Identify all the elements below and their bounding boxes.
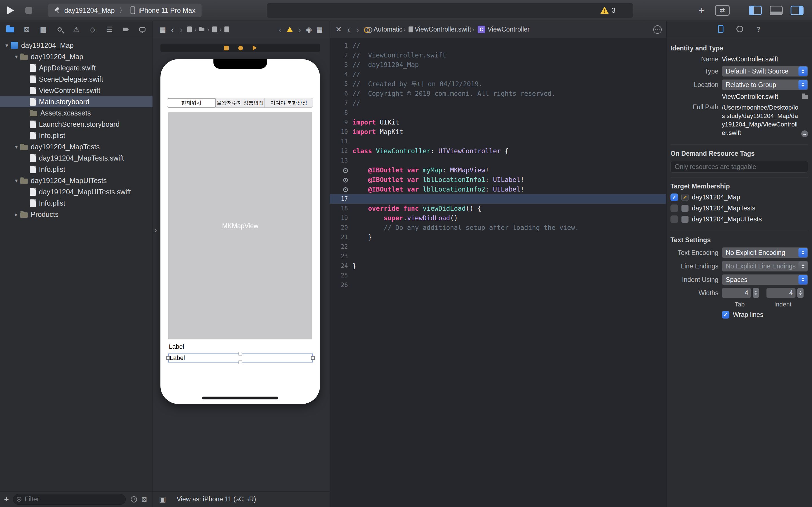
report-navigator-icon[interactable] [138,25,147,34]
code-line-3[interactable]: 3// day191204_Map [330,60,666,69]
source-control-navigator-icon[interactable]: ⊠ [22,25,31,34]
file-row[interactable]: ViewController.swift [0,85,153,96]
code-line-14[interactable]: @IBOutlet var myMap: MKMapView! [330,165,666,175]
code-line-18[interactable]: 18 override func viewDidLoad() { [330,204,666,213]
target-checkbox[interactable] [670,216,678,223]
disclosure-open-icon[interactable]: ▾ [3,42,11,49]
find-navigator-icon[interactable] [55,25,64,34]
breakpoint-navigator-icon[interactable] [121,25,130,34]
editor-arrangement-icon[interactable]: ⇄ [715,5,730,16]
file-row[interactable]: Assets.xcassets [0,107,153,119]
breadcrumb-file[interactable]: ViewController.swift [415,25,471,33]
file-row[interactable]: day191204_MapUITests.swift [0,186,153,198]
resize-handle[interactable] [166,356,170,360]
code-line-2[interactable]: 2// ViewController.swift [330,50,666,60]
quick-help-inspector-tab[interactable]: ? [756,25,761,34]
wrap-lines-checkbox[interactable]: ✓ [722,311,729,319]
indent-using-dropdown[interactable]: Spaces [722,274,808,285]
resize-handle[interactable] [239,352,242,355]
resize-handle[interactable] [311,356,315,360]
code-line-9[interactable]: 9import UIKit [330,117,666,127]
code-line-12[interactable]: 12class ViewController: UIViewController… [330,146,666,156]
ib-back-icon[interactable]: ‹ [171,25,174,34]
test-navigator-icon[interactable]: ◇ [88,25,97,34]
symbol-navigator-icon[interactable]: ▦ [39,25,48,34]
scene-list-icon[interactable]: ▦ [160,25,166,34]
adjust-editor-icon[interactable]: ◉ [306,25,312,34]
scene-crumb-icon[interactable] [212,26,217,33]
breadcrumb-automatic[interactable]: Automatic [373,25,402,33]
code-line-11[interactable]: 11 [330,136,666,146]
code-line-15[interactable]: @IBOutlet var lblLocationInfo1: UILabel! [330,175,666,184]
tab-width-field[interactable]: 4 [722,288,751,298]
filter-field[interactable] [13,494,126,505]
type-dropdown[interactable]: Default - Swift Source [722,66,808,76]
disclosure-open-icon[interactable]: ▾ [12,53,20,60]
history-inspector-tab[interactable] [737,25,743,34]
tab-width-stepper-icon[interactable] [753,288,759,298]
segment-3[interactable]: 이디야 북한산점 [264,98,313,107]
issue-navigator-icon[interactable]: ⚠ [72,25,81,34]
target-checkbox[interactable] [670,205,678,212]
map-view[interactable]: MKMapView [168,112,312,339]
name-field[interactable]: ViewController.swift [722,55,778,63]
indent-width-stepper-icon[interactable] [797,288,804,298]
folder-crumb-icon[interactable] [199,27,204,31]
location-label-2-selected[interactable]: Label [168,353,313,362]
file-row[interactable]: ▾day191204_MapUITests [0,175,153,186]
file-row[interactable]: day191204_MapTests.swift [0,152,153,164]
indent-width-field[interactable]: 4 [766,288,796,298]
target-checkbox[interactable]: ✓ [670,193,678,201]
code-line-26[interactable]: 26 [330,280,666,290]
file-row[interactable]: ▾day191204_Map [0,40,153,51]
project-navigator-icon[interactable] [6,25,15,34]
code-line-23[interactable]: 23 [330,251,666,261]
library-add-icon[interactable]: + [699,5,705,16]
code-line-24[interactable]: 24} [330,261,666,271]
location-label-1[interactable]: Label [169,343,184,350]
stop-button[interactable] [26,7,32,14]
editor-options-icon[interactable]: ⋯ [653,25,662,34]
view-controller-icon[interactable] [224,46,229,50]
next-issue-icon[interactable]: › [298,25,301,34]
choose-location-folder-icon[interactable] [802,95,808,99]
outlet-connector-icon[interactable] [330,167,352,173]
panel-collapse-chevron-icon[interactable]: › [154,225,157,235]
source-control-status-icon[interactable]: ⊠ [142,496,147,503]
text-encoding-dropdown[interactable]: No Explicit Encoding [722,247,808,258]
file-row[interactable]: Info.plist [0,164,153,175]
file-row[interactable]: AppDelegate.swift [0,62,153,73]
resize-handle[interactable] [239,360,242,364]
storyboard-crumb-icon[interactable] [187,26,192,33]
line-endings-dropdown[interactable]: No Explicit Line Endings [722,261,808,272]
code-line-17[interactable]: 17 [330,194,666,204]
device-config-icon[interactable]: ▣ [159,495,166,504]
file-row[interactable]: LaunchScreen.storyboard [0,119,153,130]
code-line-4[interactable]: 4// [330,69,666,79]
outlet-connector-icon[interactable] [330,176,352,183]
recent-files-icon[interactable] [131,496,137,503]
odr-tags-field[interactable] [670,161,808,173]
code-line-16[interactable]: @IBOutlet var lblLocationInfo2: UILabel! [330,184,666,194]
storyboard-canvas[interactable]: 현재위치물왕저수지 정통밥집이디야 북한산점 MKMapView Label L… [153,39,329,491]
editor-back-icon[interactable]: ‹ [347,25,350,34]
segment-1[interactable]: 현재위치 [167,98,216,108]
disclosure-open-icon[interactable]: ▾ [12,177,20,184]
code-line-25[interactable]: 25 [330,271,666,280]
close-editor-icon[interactable]: ✕ [336,25,342,34]
warning-count[interactable]: 3 [612,6,615,14]
toggle-debug-area-icon[interactable] [770,6,783,15]
file-row[interactable]: ▸Products [0,209,153,220]
code-line-10[interactable]: 10import MapKit [330,127,666,136]
file-row[interactable]: Info.plist [0,198,153,209]
reveal-path-arrow-icon[interactable]: → [801,130,808,137]
toggle-inspector-panel-icon[interactable] [791,6,804,15]
view-as-label[interactable]: View as: iPhone 11 (wChR) [177,496,256,503]
code-line-1[interactable]: 1// [330,41,666,50]
code-line-13[interactable]: 13 [330,156,666,165]
ib-forward-icon[interactable]: › [180,25,183,34]
outlet-connector-icon[interactable] [330,186,352,193]
location-dropdown[interactable]: Relative to Group [722,79,808,90]
toggle-navigator-panel-icon[interactable] [749,6,762,15]
add-editor-icon[interactable]: ▦ [316,25,323,34]
